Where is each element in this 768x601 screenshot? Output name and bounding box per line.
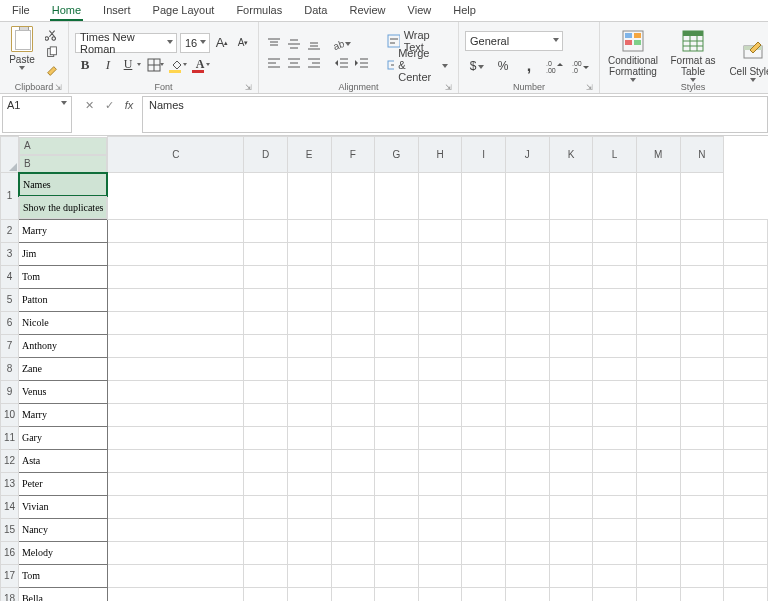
cell-L9[interactable] — [636, 380, 680, 403]
cell-G18[interactable] — [418, 587, 462, 601]
cell-K9[interactable] — [593, 380, 637, 403]
cell-A18[interactable]: Bella — [18, 587, 108, 601]
cell-J17[interactable] — [549, 564, 593, 587]
cell-M11[interactable] — [680, 426, 724, 449]
cell-H15[interactable] — [462, 518, 506, 541]
cell-B14[interactable] — [108, 495, 244, 518]
cell-K1[interactable] — [549, 173, 593, 220]
cell-K5[interactable] — [593, 288, 637, 311]
align-center-button[interactable] — [285, 55, 303, 71]
cell-H5[interactable] — [462, 288, 506, 311]
cell-N9[interactable] — [724, 380, 768, 403]
cell-N1[interactable] — [680, 173, 724, 220]
cell-F12[interactable] — [375, 449, 419, 472]
cell-A7[interactable]: Anthony — [18, 334, 108, 357]
cell-B13[interactable] — [108, 472, 244, 495]
cell-I9[interactable] — [506, 380, 550, 403]
name-box[interactable]: A1 — [2, 96, 72, 133]
spreadsheet-grid[interactable]: ABCDEFGHIJKLMN1NamesShow the duplicates2… — [0, 136, 768, 601]
column-header-H[interactable]: H — [418, 137, 462, 173]
cell-G4[interactable] — [418, 265, 462, 288]
cell-G8[interactable] — [418, 357, 462, 380]
cell-I13[interactable] — [506, 472, 550, 495]
row-header-18[interactable]: 18 — [1, 587, 19, 601]
cell-H10[interactable] — [462, 403, 506, 426]
italic-button[interactable]: I — [98, 56, 118, 74]
cell-L11[interactable] — [636, 426, 680, 449]
cell-J14[interactable] — [549, 495, 593, 518]
cell-G16[interactable] — [418, 541, 462, 564]
cell-G1[interactable] — [375, 173, 419, 220]
cell-B6[interactable] — [108, 311, 244, 334]
cell-L14[interactable] — [636, 495, 680, 518]
cell-E5[interactable] — [331, 288, 375, 311]
cell-M12[interactable] — [680, 449, 724, 472]
cell-F17[interactable] — [375, 564, 419, 587]
cell-L1[interactable] — [593, 173, 637, 220]
row-header-17[interactable]: 17 — [1, 564, 19, 587]
cell-H17[interactable] — [462, 564, 506, 587]
cell-K4[interactable] — [593, 265, 637, 288]
cell-B18[interactable] — [108, 587, 244, 601]
select-all-corner[interactable] — [1, 137, 19, 173]
cell-J12[interactable] — [549, 449, 593, 472]
cell-E10[interactable] — [331, 403, 375, 426]
comma-button[interactable]: , — [517, 57, 541, 75]
cell-F11[interactable] — [375, 426, 419, 449]
cell-K13[interactable] — [593, 472, 637, 495]
cell-M17[interactable] — [680, 564, 724, 587]
cell-A13[interactable]: Peter — [18, 472, 108, 495]
cell-A6[interactable]: Nicole — [18, 311, 108, 334]
cell-N8[interactable] — [724, 357, 768, 380]
cell-G17[interactable] — [418, 564, 462, 587]
column-header-B[interactable]: B — [19, 155, 108, 173]
menu-tab-home[interactable]: Home — [50, 4, 83, 21]
cell-K11[interactable] — [593, 426, 637, 449]
cell-J3[interactable] — [549, 242, 593, 265]
row-header-11[interactable]: 11 — [1, 426, 19, 449]
menu-tab-help[interactable]: Help — [451, 4, 478, 21]
cell-E1[interactable] — [287, 173, 331, 220]
cell-F15[interactable] — [375, 518, 419, 541]
cell-D5[interactable] — [287, 288, 331, 311]
row-header-10[interactable]: 10 — [1, 403, 19, 426]
cell-L6[interactable] — [636, 311, 680, 334]
cell-C1[interactable] — [108, 173, 244, 220]
cell-styles-button[interactable]: Cell Styles — [726, 39, 768, 82]
cell-I12[interactable] — [506, 449, 550, 472]
paste-button[interactable]: Paste — [6, 26, 38, 80]
cell-H3[interactable] — [462, 242, 506, 265]
cell-L10[interactable] — [636, 403, 680, 426]
decrease-decimal-button[interactable]: .00.0 — [569, 57, 593, 75]
cell-K17[interactable] — [593, 564, 637, 587]
cell-I7[interactable] — [506, 334, 550, 357]
cell-M2[interactable] — [680, 219, 724, 242]
cell-A17[interactable]: Tom — [18, 564, 108, 587]
cell-F5[interactable] — [375, 288, 419, 311]
enter-formula-button[interactable]: ✓ — [102, 98, 116, 112]
cell-E8[interactable] — [331, 357, 375, 380]
cell-D1[interactable] — [244, 173, 288, 220]
font-name-select[interactable]: Times New Roman — [75, 33, 177, 53]
column-header-I[interactable]: I — [462, 137, 506, 173]
cell-B16[interactable] — [108, 541, 244, 564]
cell-L18[interactable] — [636, 587, 680, 601]
cell-G12[interactable] — [418, 449, 462, 472]
cell-H9[interactable] — [462, 380, 506, 403]
formula-bar[interactable]: Names — [142, 96, 768, 133]
cell-K6[interactable] — [593, 311, 637, 334]
cell-K3[interactable] — [593, 242, 637, 265]
cell-E3[interactable] — [331, 242, 375, 265]
cell-F1[interactable] — [331, 173, 375, 220]
dialog-launcher-icon[interactable]: ⇲ — [245, 83, 252, 92]
cell-G6[interactable] — [418, 311, 462, 334]
font-color-button[interactable]: A — [190, 56, 210, 74]
cell-G5[interactable] — [418, 288, 462, 311]
cell-G2[interactable] — [418, 219, 462, 242]
increase-decimal-button[interactable]: .0.00 — [543, 57, 567, 75]
cell-G3[interactable] — [418, 242, 462, 265]
cell-K14[interactable] — [593, 495, 637, 518]
cell-K15[interactable] — [593, 518, 637, 541]
cell-F14[interactable] — [375, 495, 419, 518]
cell-H11[interactable] — [462, 426, 506, 449]
